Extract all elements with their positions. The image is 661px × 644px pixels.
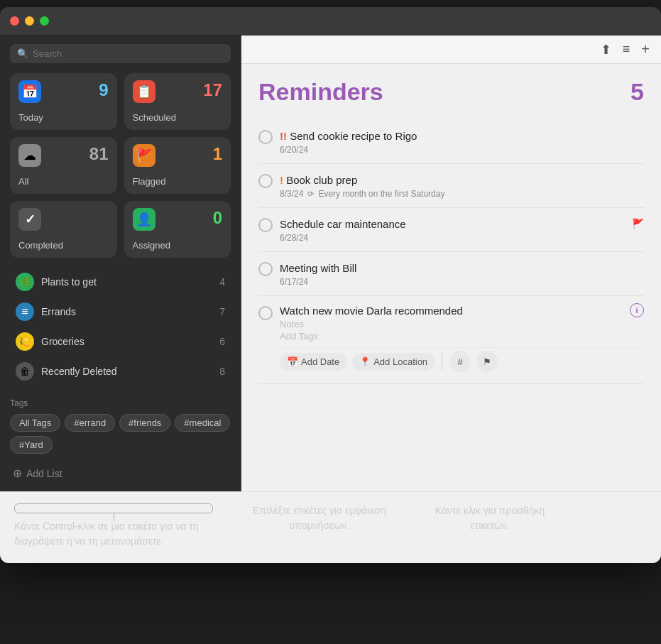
hash-icon: #	[457, 356, 462, 367]
calendar-icon: 📅	[287, 356, 298, 367]
reminder-title-3: Schedule car maintenance	[280, 217, 644, 231]
list-title: Reminders	[258, 78, 383, 106]
reminder-item-1: Send cookie recipe to Rigo 6/20/24	[258, 120, 644, 164]
traffic-lights	[10, 16, 49, 26]
assigned-count: 0	[213, 208, 222, 228]
all-icon: ☁	[18, 144, 41, 167]
assigned-label: Assigned	[133, 240, 223, 251]
add-date-button[interactable]: 📅 Add Date	[280, 353, 346, 371]
bracket-line	[114, 513, 114, 521]
errands-label: Errands	[41, 306, 212, 317]
tag-medical[interactable]: #medical	[175, 414, 230, 432]
all-count: 81	[89, 144, 109, 164]
detail-pane: ⬆ ≡ + Reminders 5 Send cookie recipe to …	[241, 36, 661, 491]
tag-friends[interactable]: #friends	[119, 414, 170, 432]
add-tag-button[interactable]: #	[449, 351, 471, 372]
search-input[interactable]	[33, 48, 224, 59]
reminder-title-1: Send cookie recipe to Rigo	[280, 129, 644, 143]
list-item-plants[interactable]: 🌿 Plants to get 4	[10, 268, 231, 296]
search-bar[interactable]: 🔍	[10, 44, 231, 63]
reminders-list: Send cookie recipe to Rigo 6/20/24 Book …	[258, 120, 644, 384]
reminder-title-input-5[interactable]	[280, 305, 623, 317]
flagged-icon: 🚩	[133, 144, 155, 167]
annotation-bracket	[14, 503, 213, 513]
reminder-checkbox-2[interactable]	[258, 174, 273, 188]
scheduled-icon: 📋	[133, 80, 155, 103]
annotation-area: Κάντε Control-κλικ σε μια ετικέτα για να…	[0, 491, 661, 563]
today-count: 9	[99, 80, 108, 100]
today-icon: 📅	[18, 80, 41, 103]
smart-card-flagged[interactable]: 1 🚩 Flagged	[124, 137, 231, 194]
plants-label: Plants to get	[41, 276, 212, 288]
reminder-checkbox-1[interactable]	[258, 130, 273, 144]
scheduled-count: 17	[203, 80, 222, 100]
tags-section: Tags All Tags #errand #friends #medical …	[10, 398, 231, 454]
reminder-date-2: 8/3/24 ⟳ Every month on the first Saturd…	[280, 189, 644, 199]
action-separator	[442, 353, 442, 370]
reminder-info-button-5[interactable]: i	[630, 303, 644, 317]
detail-toolbar: ⬆ ≡ +	[241, 36, 661, 64]
annotation-item-2: Κάντε κλικ για προσθήκη ετικετών.	[426, 503, 554, 549]
list-item-deleted[interactable]: 🗑 Recently Deleted 8	[10, 357, 231, 386]
deleted-icon: 🗑	[16, 362, 34, 381]
share-icon[interactable]: ⬆	[601, 42, 611, 58]
annotation-item-1: Επιλέξτε ετικέτες για εμφάνιση υπομνήσεω…	[241, 503, 398, 549]
reminder-checkbox-3[interactable]	[258, 218, 273, 232]
view-options-icon[interactable]: ≡	[623, 42, 630, 57]
plants-count: 4	[219, 276, 225, 288]
reminder-content-4: Meeting with Bill 6/17/24	[280, 261, 644, 287]
today-label: Today	[18, 112, 109, 123]
reminder-item-4: Meeting with Bill 6/17/24	[258, 252, 644, 296]
smart-card-completed[interactable]: ✓ Completed	[10, 201, 117, 258]
plants-icon: 🌿	[16, 273, 34, 291]
smart-card-all[interactable]: 81 ☁ All	[10, 137, 117, 194]
reminder-title-4: Meeting with Bill	[280, 261, 644, 275]
annotation-item-3: Κάντε Control-κλικ σε μια ετικέτα για να…	[14, 503, 213, 549]
reminder-title-2: Book club prep	[280, 173, 644, 187]
add-location-button[interactable]: 📍 Add Location	[352, 353, 435, 371]
tag-yard[interactable]: #Yard	[10, 436, 53, 454]
errands-count: 7	[219, 306, 225, 317]
sidebar: 🔍 9 📅 Today 17 📋 Scheduled 81 ☁	[0, 36, 241, 491]
reminder-checkbox-5[interactable]	[258, 306, 273, 320]
deleted-count: 8	[219, 366, 225, 377]
reminder-editing-area-5: Notes Add Tags 📅 Add Date 📍 Add	[280, 305, 644, 375]
tag-all[interactable]: All Tags	[10, 414, 60, 432]
reminder-content-2: Book club prep 8/3/24 ⟳ Every month on t…	[280, 173, 644, 199]
reminder-date-4: 6/17/24	[280, 277, 644, 287]
minimize-button[interactable]	[25, 16, 34, 26]
reminder-checkbox-4[interactable]	[258, 262, 273, 276]
tag-errand[interactable]: #errand	[65, 414, 115, 432]
main-content: 🔍 9 📅 Today 17 📋 Scheduled 81 ☁	[0, 36, 661, 491]
groceries-label: Groceries	[41, 336, 212, 347]
all-label: All	[18, 176, 109, 187]
location-icon: 📍	[359, 356, 371, 367]
completed-icon: ✓	[18, 208, 41, 231]
add-list-icon: ⊕	[13, 466, 22, 480]
smart-card-today[interactable]: 9 📅 Today	[10, 73, 117, 130]
add-list-button[interactable]: ⊕ Add List	[10, 464, 231, 483]
list-title-row: Reminders 5	[258, 78, 644, 106]
add-location-label: Add Location	[373, 356, 427, 367]
tags-container: All Tags #errand #friends #medical #Yard	[10, 414, 231, 454]
assigned-icon: 👤	[133, 208, 155, 231]
reminder-date-3: 6/28/24	[280, 233, 644, 243]
add-reminder-icon[interactable]: +	[641, 41, 650, 58]
app-window: 🔍 9 📅 Today 17 📋 Scheduled 81 ☁	[0, 7, 661, 563]
add-date-label: Add Date	[301, 356, 339, 367]
flag-button[interactable]: ⚑	[476, 351, 498, 372]
title-bar	[0, 7, 661, 36]
list-item-errands[interactable]: ≡ Errands 7	[10, 298, 231, 326]
annotation-text-3: Κάντε Control-κλικ σε μια ετικέτα για να…	[14, 519, 213, 549]
completed-label: Completed	[18, 240, 109, 251]
reminder-date-1: 6/20/24	[280, 145, 644, 155]
deleted-label: Recently Deleted	[41, 366, 212, 377]
smart-card-scheduled[interactable]: 17 📋 Scheduled	[124, 73, 231, 130]
fullscreen-button[interactable]	[40, 16, 49, 26]
reminder-tags-5: Add Tags	[280, 331, 644, 342]
reminder-content-3: Schedule car maintenance 6/28/24	[280, 217, 644, 243]
close-button[interactable]	[10, 16, 19, 26]
list-item-groceries[interactable]: 🍋 Groceries 6	[10, 327, 231, 356]
smart-card-assigned[interactable]: 0 👤 Assigned	[124, 201, 231, 258]
reminder-item-2: Book club prep 8/3/24 ⟳ Every month on t…	[258, 164, 644, 208]
